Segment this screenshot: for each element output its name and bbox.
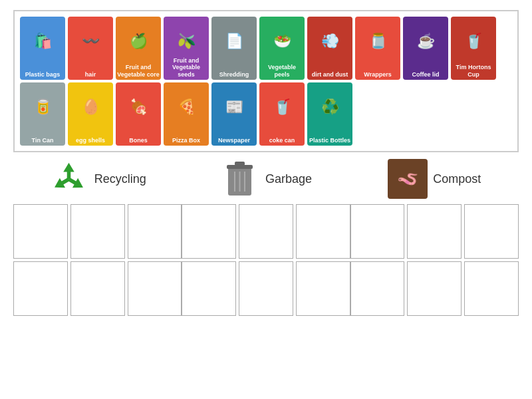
item-plastic-bottles-label: Plastic Bottles: [307, 136, 352, 146]
item-coffee-lid-label: Coffee lid: [403, 70, 448, 80]
compost-label: Compost: [433, 172, 481, 186]
garbage-drop-5[interactable]: [239, 261, 293, 316]
item-fruit-veg-seeds[interactable]: 🫒 Fruit and Vegetable seeds: [164, 17, 209, 80]
compost-drop-6[interactable]: [464, 261, 519, 316]
item-newspaper-label: Newspaper: [211, 136, 257, 146]
item-coke-can[interactable]: 🥤 coke can: [259, 82, 305, 146]
compost-drop-3[interactable]: [464, 204, 519, 259]
recycling-column: Recycling: [13, 159, 182, 316]
compost-drop-2[interactable]: [407, 204, 462, 259]
item-bones-label: Bones: [116, 136, 161, 146]
recycling-drop-5[interactable]: [70, 261, 125, 316]
item-egg-shells[interactable]: 🥚 egg shells: [68, 82, 113, 146]
item-shredding-label: Shredding: [211, 70, 257, 80]
garbage-drop-4[interactable]: [182, 261, 236, 316]
recycling-drop-4[interactable]: [13, 261, 68, 316]
item-coffee-lid[interactable]: ☕ Coffee lid: [403, 17, 448, 80]
svg-marker-0: [63, 162, 74, 179]
item-shredding[interactable]: 📄 Shredding: [211, 17, 257, 80]
item-wrappers-label: Wrappers: [355, 70, 400, 80]
item-newspaper[interactable]: 📰 Newspaper: [211, 82, 257, 146]
recycle-icon: [49, 159, 89, 199]
item-pizza-box[interactable]: 🍕 Pizza Box: [164, 82, 209, 146]
item-dirt-dust[interactable]: 💨 dirt and dust: [307, 17, 352, 80]
item-dirt-dust-label: dirt and dust: [307, 70, 352, 80]
compost-drop-1[interactable]: [350, 204, 405, 259]
item-fruit-veg-core[interactable]: 🍏 Fruit and Vegetable core: [116, 17, 161, 80]
item-egg-shells-label: egg shells: [68, 136, 113, 146]
item-bones[interactable]: 🍖 Bones: [116, 82, 161, 146]
item-hair-label: hair: [68, 70, 113, 80]
item-vegetable-peels[interactable]: 🥗 Vegetable peels: [259, 17, 305, 80]
compost-icon: 🪱: [388, 159, 428, 199]
item-hair[interactable]: 〰️ hair: [68, 17, 113, 80]
compost-column: 🪱 Compost: [350, 159, 519, 316]
compost-drop-grid: [350, 204, 519, 316]
recycling-header: Recycling: [49, 159, 146, 199]
item-plastic-bottles[interactable]: ♻️ Plastic Bottles: [307, 82, 352, 146]
compost-drop-5[interactable]: [407, 261, 462, 316]
item-tin-can-label: Tin Can: [20, 136, 65, 146]
recycling-drop-3[interactable]: [128, 204, 182, 259]
garbage-drop-1[interactable]: [182, 204, 236, 259]
compost-drop-4[interactable]: [350, 261, 405, 316]
garbage-drop-grid: [182, 204, 350, 316]
item-coke-can-label: coke can: [259, 136, 305, 146]
garbage-column: Garbage: [182, 159, 350, 316]
recycling-drop-6[interactable]: [128, 261, 182, 316]
compost-header: 🪱 Compost: [388, 159, 481, 199]
garbage-icon: [220, 159, 260, 199]
item-wrappers[interactable]: 🫙 Wrappers: [355, 17, 400, 80]
recycling-drop-grid: [13, 204, 182, 316]
recycling-label: Recycling: [94, 172, 146, 186]
item-fruit-veg-seeds-label: Fruit and Vegetable seeds: [164, 56, 209, 80]
recycling-drop-1[interactable]: [13, 204, 68, 259]
item-tim-hortons-label: Tim Hortons Cup: [451, 63, 496, 80]
item-plastic-bags[interactable]: 🛍️ Plastic bags: [20, 17, 65, 80]
svg-rect-5: [235, 162, 245, 166]
garbage-header: Garbage: [220, 159, 312, 199]
recycling-drop-2[interactable]: [70, 204, 125, 259]
garbage-drop-6[interactable]: [296, 261, 350, 316]
item-tim-hortons[interactable]: 🥤 Tim Hortons Cup: [451, 17, 496, 80]
garbage-drop-3[interactable]: [296, 204, 350, 259]
garbage-drop-2[interactable]: [239, 204, 293, 259]
sorting-area: 🛍️ Plastic bags 〰️ hair 🍏 Fruit and Vege…: [13, 10, 519, 152]
item-plastic-bags-label: Plastic bags: [20, 70, 65, 80]
bottom-section: Recycling Garba: [13, 159, 519, 316]
item-fruit-veg-core-label: Fruit and Vegetable core: [116, 63, 161, 80]
item-tin-can[interactable]: 🥫 Tin Can: [20, 82, 65, 146]
garbage-label: Garbage: [265, 172, 312, 186]
item-pizza-box-label: Pizza Box: [164, 136, 209, 146]
item-vegetable-peels-label: Vegetable peels: [259, 63, 305, 80]
